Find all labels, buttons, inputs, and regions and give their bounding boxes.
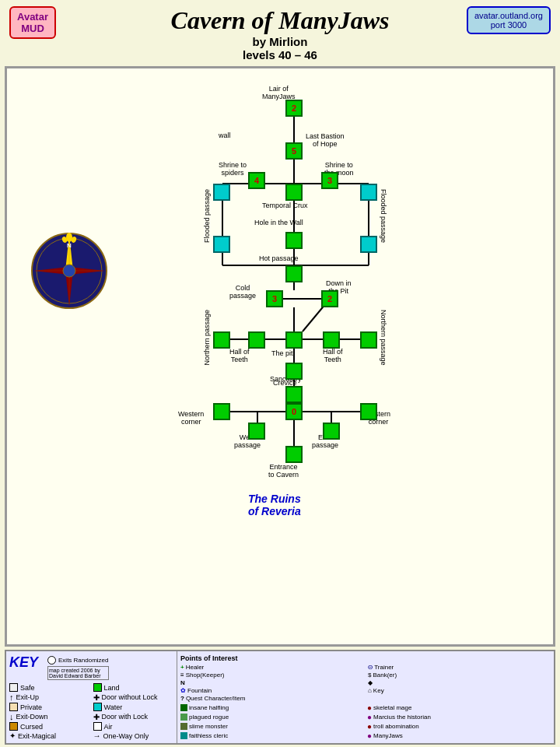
mob-skeletal-mage: ● skeletal mage <box>367 703 551 712</box>
door-no-lock-label: Door without Lock <box>102 693 158 701</box>
header: Avatar MUD Cavern of ManyJaws by Mirlion… <box>0 0 560 65</box>
air-label: Air <box>104 723 113 731</box>
exit-magical-label: Exit-Magical <box>18 732 56 740</box>
key-air: Air <box>93 722 174 731</box>
skeletal-mage-label: skeletal mage <box>373 704 411 711</box>
fountain-label: Fountain <box>187 687 212 694</box>
bank-icon: $ <box>368 672 371 679</box>
key-icon: ⌂ <box>368 687 372 694</box>
manyjaws-icon: ● <box>367 731 372 740</box>
door-lock-icon: ✚ <box>93 713 100 721</box>
bank-label: Bank(er) <box>373 672 397 679</box>
exit-down-label: Exit-Down <box>16 713 48 721</box>
label-flooded-w: Flooded passage <box>203 189 211 243</box>
credit-box: map created 2006 byDavid Edward Barber <box>47 666 108 680</box>
key-exit-up: ↑ Exit-Up <box>9 693 90 702</box>
label-hall-teeth-e: Hall ofTeeth <box>323 349 343 364</box>
node-down-pit: 2 <box>321 290 338 307</box>
poi-shop: ≡ Shop(Keeper) <box>180 672 363 679</box>
shop-icon: ≡ <box>180 672 184 679</box>
mob-insane-halfling: insane halfling <box>180 703 364 712</box>
label-last-bastion: Last Bastionof Hope <box>306 133 345 149</box>
mob-plagued-rogue: plagued rogue <box>180 713 364 721</box>
header-byline: by Mirlion <box>0 35 560 48</box>
ruins-text: The Ruinsof Reveria <box>248 493 301 517</box>
insane-halfling-icon <box>180 704 187 711</box>
exit-down-icon: ↓ <box>9 712 14 721</box>
key-title: KEY <box>9 654 38 671</box>
node-west-corner <box>213 403 230 420</box>
poi-grid: + Healer Θ Trainer ≡ Shop(Keeper) $ Bank… <box>180 664 551 702</box>
label-wall: wall <box>219 132 231 140</box>
key-door-lock: ✚ Door with Lock <box>93 712 174 721</box>
n-icon: N <box>180 679 185 686</box>
shop-label: Shop(Keeper) <box>186 672 225 679</box>
key-one-way: → One-Way Only <box>93 731 174 740</box>
outland-line2: port 3000 <box>491 20 527 30</box>
exit-up-label: Exit-Up <box>16 693 40 701</box>
node-the-pit <box>285 331 303 349</box>
label-cold-passage: Coldpassage <box>229 285 256 300</box>
node-sanctuary <box>285 386 303 403</box>
mob-manyjaws: ● ManyJaws <box>367 731 551 740</box>
key-safe: Safe <box>9 683 90 692</box>
key-exit-down: ↓ Exit-Down <box>9 712 90 721</box>
node-shrine-moon: 3 <box>321 172 338 189</box>
water-box <box>93 703 102 711</box>
node-cold-passage: 3 <box>266 290 283 307</box>
plagued-rogue-label: plagued rogue <box>189 714 229 721</box>
node-flood-e-bot <box>360 236 377 253</box>
troll-label: troll abomination <box>373 723 419 730</box>
safe-box <box>9 683 18 692</box>
map-container: N <box>5 66 555 647</box>
poi-section: Points of Interest + Healer Θ Trainer ≡ … <box>177 651 554 743</box>
manyjaws-label: ManyJaws <box>373 732 403 739</box>
air-box <box>93 722 102 731</box>
avatar-line1: Avatar <box>17 11 48 23</box>
label-flooded-e: Flooded passage <box>380 189 387 243</box>
plagued-rogue-icon <box>180 714 187 721</box>
mob-faithless-cleric: faithless cleric <box>180 731 364 740</box>
node-main-hub: 0 <box>285 403 303 420</box>
one-way-label: One-Way Only <box>103 732 149 740</box>
troll-icon: ● <box>367 722 372 731</box>
node-east-corner <box>360 403 377 420</box>
private-label: Private <box>20 703 42 711</box>
land-box <box>93 683 102 692</box>
label-lair: Lair ofManyJaws <box>262 86 296 101</box>
door-lock-label: Door with Lock <box>102 713 149 721</box>
key-exit-magical: ✦ Exit-Magical <box>9 731 90 740</box>
outland-badge: avatar.outland.org port 3000 <box>467 6 551 34</box>
skeletal-mage-icon: ● <box>367 703 372 712</box>
node-hall-teeth-e <box>323 331 340 349</box>
avatar-badge: Avatar MUD <box>9 6 56 39</box>
mob-slime: slime monster <box>180 722 364 731</box>
node-hot-passage <box>285 265 303 282</box>
diamond-icon: ◆ <box>368 679 373 686</box>
mob-troll: ● troll abomination <box>367 722 551 731</box>
label-shrine-spiders: Shrine tospiders <box>219 162 247 177</box>
poi-n: N <box>180 679 363 686</box>
trainer-icon: Θ <box>368 664 373 671</box>
node-last-bastion: 5 <box>285 142 303 160</box>
node-east-passage <box>323 423 340 440</box>
key-cursed: Cursed <box>9 722 90 731</box>
slime-label: slime monster <box>189 723 228 730</box>
avatar-line2: MUD <box>21 23 44 34</box>
trainer-label: Trainer <box>374 664 394 671</box>
poi-bank: $ Bank(er) <box>368 672 551 679</box>
node-north-e <box>360 331 377 349</box>
door-no-lock-icon: ✚ <box>93 693 100 702</box>
mob-marcius: ● Marcius the historian <box>367 713 551 721</box>
label-the-pit: The pit <box>271 350 293 358</box>
quest-label: Quest Character/Item <box>186 695 245 702</box>
node-flood-w-top <box>213 184 230 201</box>
node-entrance <box>285 446 303 463</box>
marcius-icon: ● <box>367 713 372 721</box>
label-west-corner: Westerncorner <box>178 411 204 426</box>
node-flood-w-bot <box>213 236 230 253</box>
water-label: Water <box>104 703 123 711</box>
key-land: Land <box>93 683 174 692</box>
exits-randomized-label: Exits Randomized <box>58 657 108 664</box>
key-section: KEY Exits Randomized map created 2006 by… <box>6 651 177 743</box>
